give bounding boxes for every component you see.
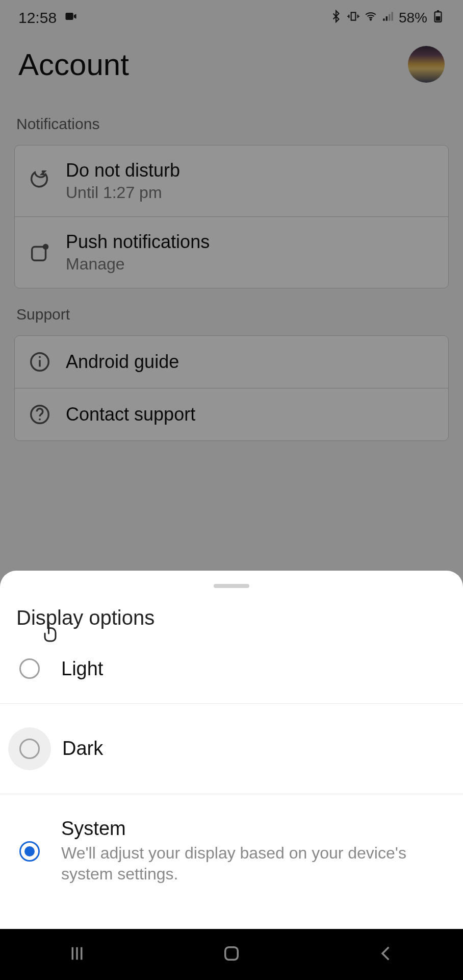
radio-system[interactable] (19, 841, 40, 862)
option-system[interactable]: System We'll adjust your display based o… (0, 794, 463, 909)
radio-light[interactable] (19, 658, 40, 679)
back-button[interactable] (375, 943, 397, 966)
option-light[interactable]: Light (0, 634, 463, 704)
recents-button[interactable] (66, 943, 88, 966)
option-dark-label: Dark (62, 738, 103, 760)
sheet-title: Display options (0, 597, 463, 634)
svg-rect-19 (225, 947, 238, 960)
radio-dark[interactable] (19, 739, 40, 759)
option-system-label: System (61, 818, 444, 840)
pointer-cursor-icon (42, 623, 60, 645)
android-navbar (0, 929, 463, 980)
option-dark[interactable]: Dark (0, 704, 463, 794)
option-light-label: Light (61, 658, 103, 680)
drag-handle[interactable] (214, 584, 249, 588)
option-system-sub: We'll adjust your display based on your … (61, 843, 444, 885)
display-options-sheet: Display options Light Dark System We'll … (0, 571, 463, 929)
home-button[interactable] (221, 943, 242, 966)
